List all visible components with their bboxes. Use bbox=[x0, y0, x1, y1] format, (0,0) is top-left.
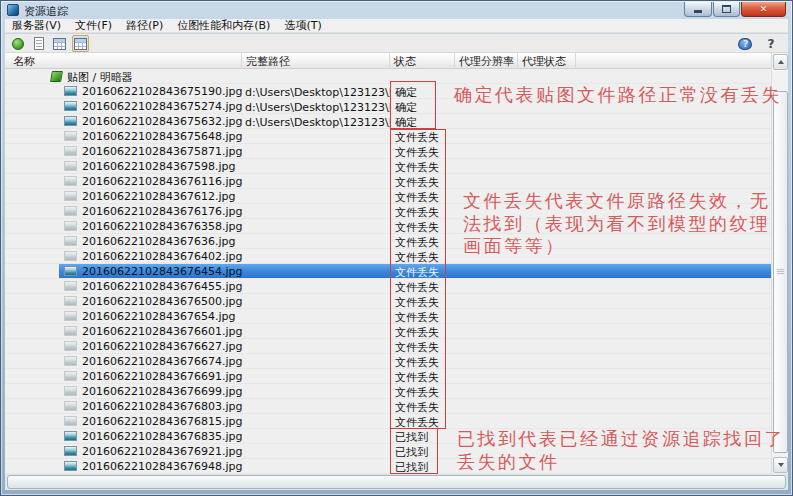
table-row[interactable]: 20160622102843676815.jpg 文件丢失 bbox=[5, 414, 771, 429]
file-name: 20160622102843676691.jpg bbox=[82, 370, 243, 383]
column-header-name[interactable]: 名称 bbox=[5, 53, 242, 69]
file-name: 20160622102843676116.jpg bbox=[82, 175, 243, 188]
maps-group-icon bbox=[50, 71, 63, 82]
refresh-icon bbox=[12, 38, 24, 50]
maximize-button[interactable] bbox=[713, 2, 740, 17]
column-header-filler bbox=[576, 53, 788, 69]
arrow-up-icon bbox=[778, 60, 784, 64]
table-row[interactable]: 20160622102843676601.jpg 文件丢失 bbox=[5, 324, 771, 339]
file-name: 20160622102843676627.jpg bbox=[82, 340, 243, 353]
file-name: 20160622102843676674.jpg bbox=[82, 355, 243, 368]
table-row[interactable]: 20160622102843675632.jpg d:\Users\Deskto… bbox=[5, 114, 771, 129]
app-icon bbox=[7, 4, 19, 16]
column-header-proxy-status[interactable]: 代理状态 bbox=[518, 53, 576, 69]
app-window: 资源追踪 ✕ 服务器(V) 文件(F) 路径(P) 位图性能和内存(B) 选项(… bbox=[0, 0, 793, 496]
image-file-icon bbox=[64, 116, 77, 126]
report-button[interactable] bbox=[30, 35, 47, 52]
column-header-status[interactable]: 状态 bbox=[390, 53, 455, 69]
group-row[interactable]: 贴图 / 明暗器 bbox=[5, 69, 771, 84]
file-name: 20160622102843676803.jpg bbox=[82, 400, 243, 413]
menu-item-options[interactable]: 选项(T) bbox=[277, 19, 328, 33]
details-button[interactable] bbox=[51, 35, 68, 52]
file-name: 20160622102843675648.jpg bbox=[82, 130, 243, 143]
file-name: 20160622102843675274.jpg bbox=[82, 100, 243, 113]
image-file-icon bbox=[64, 221, 77, 231]
status-missing-box bbox=[390, 129, 446, 429]
file-name: 20160622102843676455.jpg bbox=[82, 280, 243, 293]
details-grid-icon bbox=[53, 38, 66, 50]
table-row[interactable]: 20160622102843676627.jpg 文件丢失 bbox=[5, 339, 771, 354]
file-name: 2016062210284367654.jpg bbox=[82, 310, 236, 323]
file-name: 2016062210284367636.jpg bbox=[82, 235, 236, 248]
menubar: 服务器(V) 文件(F) 路径(P) 位图性能和内存(B) 选项(T) bbox=[5, 19, 788, 33]
image-file-icon bbox=[64, 101, 77, 111]
image-file-icon bbox=[64, 191, 77, 201]
maximize-icon bbox=[722, 5, 731, 13]
image-file-icon bbox=[64, 281, 77, 291]
table-row[interactable]: 20160622102843675648.jpg 文件丢失 bbox=[5, 129, 771, 144]
file-name: 20160622102843675871.jpg bbox=[82, 145, 243, 158]
vertical-scrollbar[interactable] bbox=[771, 53, 788, 474]
image-file-icon bbox=[64, 296, 77, 306]
file-name: 20160622102843676402.jpg bbox=[82, 250, 243, 263]
image-file-icon bbox=[64, 371, 77, 381]
table-row[interactable]: 2016062210284367598.jpg 文件丢失 bbox=[5, 159, 771, 174]
image-file-icon bbox=[64, 311, 77, 321]
scroll-up-button[interactable] bbox=[773, 54, 788, 70]
table-row[interactable]: 20160622102843676803.jpg 文件丢失 bbox=[5, 399, 771, 414]
table-row[interactable]: 2016062210284367654.jpg 文件丢失 bbox=[5, 309, 771, 324]
table-row[interactable]: 20160622102843676454.jpg 文件丢失 bbox=[5, 264, 771, 279]
help-button[interactable] bbox=[736, 35, 754, 52]
table-row[interactable]: 20160622102843676455.jpg 文件丢失 bbox=[5, 279, 771, 294]
scrollbar-grip bbox=[777, 269, 784, 274]
image-file-icon bbox=[64, 401, 77, 411]
image-file-icon bbox=[64, 146, 77, 156]
image-file-icon bbox=[64, 446, 77, 456]
image-file-icon bbox=[64, 356, 77, 366]
file-name: 20160622102843676699.jpg bbox=[82, 385, 243, 398]
image-file-icon bbox=[64, 236, 77, 246]
annotation-missing: 文件丢失代表文件原路径失效，无 法找到（表现为看不到模型的纹理 画面等等） bbox=[463, 190, 793, 258]
menu-item-paths[interactable]: 路径(P) bbox=[119, 19, 170, 33]
image-file-icon bbox=[64, 176, 77, 186]
image-file-icon bbox=[64, 341, 77, 351]
refresh-button[interactable] bbox=[9, 35, 26, 52]
minimize-button[interactable] bbox=[684, 2, 712, 17]
file-name: 20160622102843676815.jpg bbox=[82, 415, 243, 428]
column-header-proxy-resolution[interactable]: 代理分辨率 bbox=[455, 53, 518, 69]
horizontal-scrollbar[interactable] bbox=[5, 474, 788, 490]
status-ok-box bbox=[390, 81, 436, 129]
table-row[interactable]: 20160622102843676674.jpg 文件丢失 bbox=[5, 354, 771, 369]
annotation-ok: 确定代表贴图文件路径正常没有丢失 bbox=[454, 84, 790, 107]
annotation-found: 已找到代表已经通过资源追踪找回了 丢失的文件 bbox=[457, 428, 793, 473]
file-name: 20160622102843675190.jpg bbox=[82, 85, 243, 98]
image-file-icon bbox=[64, 86, 77, 96]
report-document-icon bbox=[34, 37, 44, 50]
minimize-icon bbox=[694, 10, 702, 13]
file-name: 20160622102843676921.jpg bbox=[82, 445, 243, 458]
horizontal-scrollbar-thumb[interactable] bbox=[7, 475, 786, 489]
context-help-button[interactable]: ? bbox=[762, 35, 780, 52]
vertical-scrollbar-thumb[interactable] bbox=[773, 91, 788, 453]
file-name: 20160622102843676454.jpg bbox=[82, 265, 243, 278]
file-name: 20160622102843676358.jpg bbox=[82, 220, 243, 233]
table-row[interactable]: 20160622102843676691.jpg 文件丢失 bbox=[5, 369, 771, 384]
menu-item-bitmap-performance[interactable]: 位图性能和内存(B) bbox=[170, 19, 277, 33]
image-file-icon bbox=[64, 266, 77, 276]
table-body: 贴图 / 明暗器 20160622102843675190.jpg d:\Use… bbox=[5, 69, 771, 474]
close-button[interactable]: ✕ bbox=[741, 2, 786, 17]
file-name: 2016062210284367612.jpg bbox=[82, 190, 236, 203]
table-row[interactable]: 20160622102843676699.jpg 文件丢失 bbox=[5, 384, 771, 399]
table-row[interactable]: 20160622102843676116.jpg 文件丢失 bbox=[5, 174, 771, 189]
file-name: 2016062210284367598.jpg bbox=[82, 160, 236, 173]
toolbar: ? bbox=[5, 34, 788, 53]
table-row[interactable]: 20160622102843676500.jpg 文件丢失 bbox=[5, 294, 771, 309]
full-path-cell: d:\Users\Desktop\123123\贴图\ bbox=[245, 100, 390, 115]
table-row[interactable]: 20160622102843675871.jpg 文件丢失 bbox=[5, 144, 771, 159]
menu-item-file[interactable]: 文件(F) bbox=[68, 19, 119, 33]
status-found-box bbox=[390, 428, 438, 474]
column-header-full-path[interactable]: 完整路径 bbox=[242, 53, 390, 69]
file-name: 20160622102843675632.jpg bbox=[82, 115, 243, 128]
grid-view-button[interactable] bbox=[72, 35, 89, 52]
menu-item-server[interactable]: 服务器(V) bbox=[5, 19, 68, 33]
